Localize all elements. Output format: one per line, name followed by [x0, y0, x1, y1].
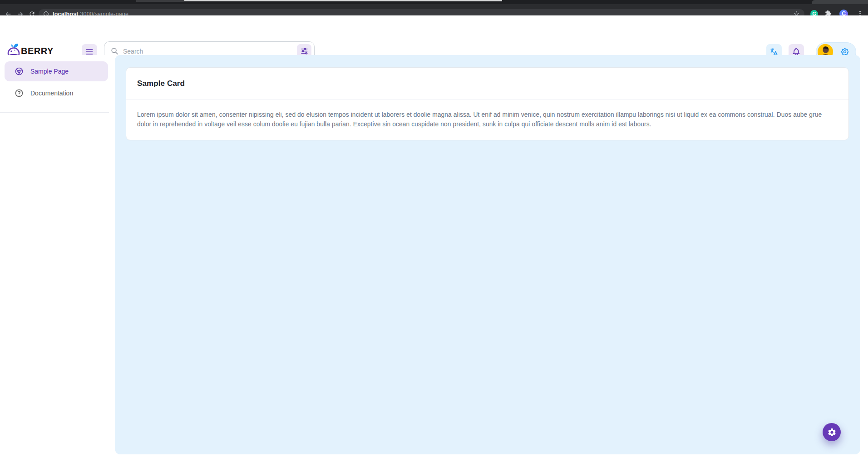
- sidebar-item-documentation[interactable]: Documentation: [5, 83, 108, 103]
- sidebar-nav-section: Sample Page Documentation: [0, 55, 109, 113]
- browser-tabstrip: [0, 0, 868, 4]
- gear-icon: [827, 428, 837, 437]
- help-circle-icon: [15, 89, 24, 98]
- sidebar-item-label: Documentation: [30, 90, 73, 97]
- tabstrip-right-decoration: [812, 0, 868, 4]
- sidebar: Sample Page Documentation: [0, 55, 115, 458]
- card-header: Sample Card: [126, 68, 848, 100]
- screen: localhost:3000/sample-page G C: [0, 0, 868, 458]
- adjustments-icon: [300, 47, 309, 55]
- sidebar-item-label: Sample Page: [30, 68, 69, 75]
- browser-chrome: localhost:3000/sample-page G C: [0, 0, 868, 15]
- main-content: Sample Card Lorem ipsum dolor sit amen, …: [115, 55, 860, 454]
- chrome-icon: [15, 67, 24, 76]
- card-title: Sample Card: [137, 79, 838, 88]
- tab-edge-decoration: [136, 0, 184, 2]
- active-tab-top-edge: [184, 0, 502, 1]
- app-header: BERRY: [0, 15, 868, 55]
- card-body-text: Lorem ipsum dolor sit amen, consenter ni…: [126, 100, 848, 140]
- sidebar-item-sample-page[interactable]: Sample Page: [5, 61, 108, 81]
- browser-toolbar: localhost:3000/sample-page G C: [0, 4, 868, 15]
- search-icon: [111, 47, 118, 55]
- search-input[interactable]: [123, 48, 297, 55]
- sample-card: Sample Card Lorem ipsum dolor sit amen, …: [126, 67, 849, 140]
- customization-fab[interactable]: [823, 423, 841, 441]
